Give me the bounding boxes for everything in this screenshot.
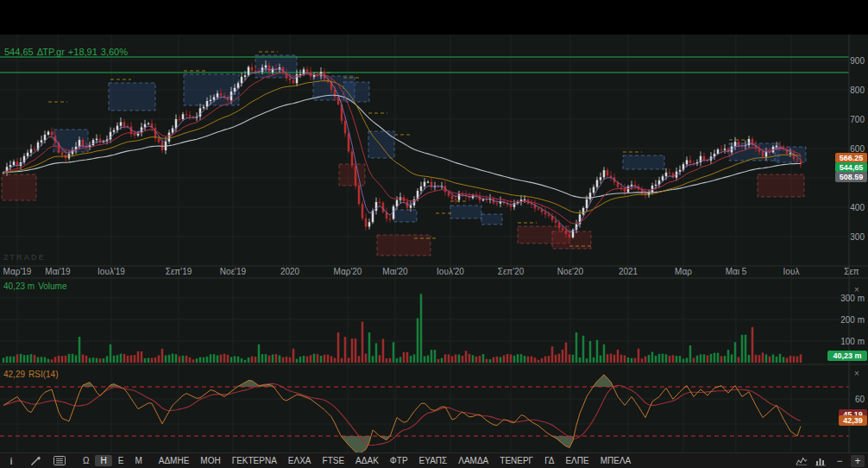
info-icon[interactable]: i (5, 455, 17, 467)
date-label: Μαρ'20 (334, 267, 362, 276)
chart-canvas[interactable] (0, 0, 868, 468)
price-legend[interactable]: 544,65ΔΤP.gr+18,913,60% (4, 47, 131, 57)
line-chart-icon[interactable] (796, 455, 808, 467)
date-label: Μαι'20 (382, 267, 407, 276)
symbol-tabs: ΑΔΜΗΕΜΟΗΓΕΚΤΕΡΝΑΕΛΧΑFTSEΑΔΑΚΦΤΡΕΥΑΠΣΛΑΜΔ… (154, 455, 638, 466)
volume-axis-label: 300 m (840, 294, 865, 303)
date-label: Νοε'19 (220, 267, 246, 276)
date-label: Μαρ'19 (3, 267, 32, 276)
symbol-tab-ΛΑΜΔΑ[interactable]: ΛΑΜΔΑ (453, 455, 494, 466)
volume-legend-label: Volume (38, 281, 66, 291)
draw-icon[interactable] (29, 455, 41, 467)
price-axis-label: 300 (850, 232, 865, 242)
date-label: Μαι'19 (45, 267, 70, 276)
symbol-tab-ΓΕΚΤΕΡΝΑ[interactable]: ΓΕΚΤΕΡΝΑ (227, 455, 282, 466)
symbol-tab-ΜΠΕΛΑ[interactable]: ΜΠΕΛΑ (595, 455, 637, 466)
timeframe-tab-Ε[interactable]: Ε (113, 455, 129, 466)
price-axis-label: 600 (850, 144, 865, 154)
price-axis-label: 800 (850, 85, 865, 95)
symbol-tab-ΑΔΜΗΕ[interactable]: ΑΔΜΗΕ (154, 455, 195, 466)
toolbar-left-icons: i (5, 455, 78, 467)
rsi-axis-label: 60 (855, 395, 865, 404)
rsi-value-tag: 42,39 (839, 415, 867, 426)
symbol-tab-ΜΟΗ[interactable]: ΜΟΗ (195, 455, 225, 466)
rsi-legend-label: RSI(14) (28, 370, 58, 379)
legend-last-price: 544,65 (4, 47, 34, 57)
volume-axis-label: 200 m (840, 315, 865, 325)
timeframe-tab-Ω[interactable]: Ω (78, 455, 94, 466)
trading-app: 544,65ΔΤP.gr+18,913,60% 40,23 mVolume 42… (0, 0, 868, 468)
zoom-out-button[interactable]: − (833, 455, 846, 467)
volume-value-tag: 40,23 m (827, 351, 867, 361)
price-axis-label: 400 (850, 203, 865, 212)
date-label: Σεπ'19 (166, 267, 192, 276)
date-label: Ιουλ (783, 267, 800, 276)
price-axis-label: 700 (850, 115, 865, 124)
ztrade-watermark: ZTRADE (3, 253, 46, 262)
date-label: 2021 (619, 267, 638, 276)
symbol-tab-ΤΕΝΕΡΓ[interactable]: ΤΕΝΕΡΓ (494, 455, 538, 466)
toolbar-right-icons: − + (796, 455, 865, 467)
date-label: Σεπ'20 (498, 267, 525, 276)
symbol-tab-ΕΛΠΕ[interactable]: ΕΛΠΕ (560, 455, 594, 466)
date-label: Σεπ (844, 267, 859, 276)
symbol-tab-ΑΔΑΚ[interactable]: ΑΔΑΚ (350, 455, 384, 466)
bottom-toolbar: i ΩΗΕΜ ΑΔΜΗΕΜΟΗΓΕΚΤΕΡΝΑΕΛΧΑFTSEΑΔΑΚΦΤΡΕΥ… (0, 452, 868, 468)
date-label: Ιουλ'20 (437, 267, 464, 276)
date-label: Μαρ (675, 267, 692, 276)
symbol-tab-FTSE[interactable]: FTSE (318, 455, 350, 466)
rsi-legend-value: 42,29 (3, 370, 25, 379)
rsi-close-icon[interactable]: × (852, 370, 861, 378)
date-label: Νοε'20 (557, 267, 583, 276)
price-value-tag: 508.59 (835, 172, 867, 182)
zoom-in-button[interactable]: + (851, 455, 865, 467)
date-label: Μαι 5 (726, 267, 747, 276)
volume-close-icon[interactable]: × (852, 286, 861, 294)
timeframe-tab-Μ[interactable]: Μ (129, 455, 147, 466)
symbol-tab-ΓΔ[interactable]: ΓΔ (539, 455, 559, 466)
symbol-tab-ΕΥΑΠΣ[interactable]: ΕΥΑΠΣ (414, 455, 453, 466)
symbol-tab-ΕΛΧΑ[interactable]: ΕΛΧΑ (283, 455, 317, 466)
symbol-tab-ΦΤΡ[interactable]: ΦΤΡ (385, 455, 413, 466)
legend-symbol: ΔΤP.gr (37, 47, 65, 57)
legend-change: +18,91 (68, 47, 97, 57)
volume-legend[interactable]: 40,23 mVolume (3, 281, 71, 291)
timeframe-tab-Η[interactable]: Η (95, 455, 111, 466)
rsi-legend[interactable]: 42,29RSI(14) (3, 370, 61, 379)
timeframe-tabs: ΩΗΕΜ (78, 455, 148, 466)
price-axis-label: 900 (850, 56, 865, 66)
watchlist-icon[interactable] (53, 455, 66, 467)
date-label: 2020 (280, 267, 299, 276)
date-label: Ιουλ'19 (97, 267, 125, 276)
bar-chart-icon[interactable] (815, 455, 827, 467)
legend-change-pct: 3,60% (101, 47, 128, 57)
volume-axis-label: 100 m (840, 337, 865, 346)
volume-legend-value: 40,23 m (3, 281, 35, 291)
